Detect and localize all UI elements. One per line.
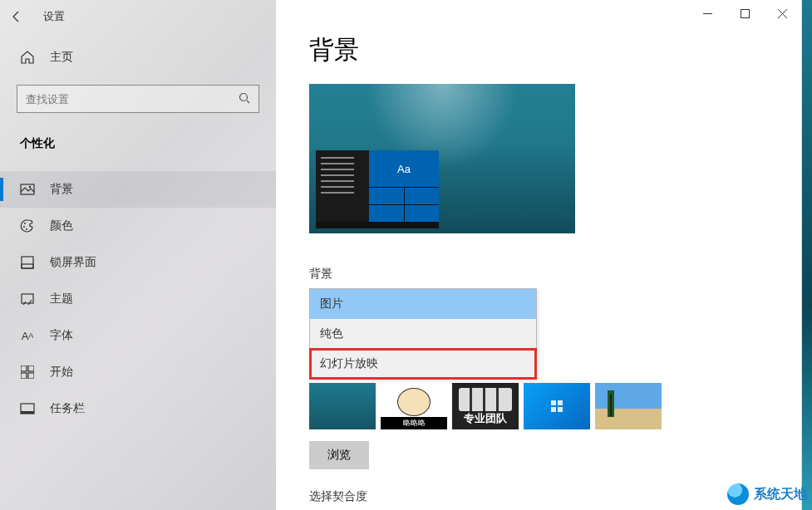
nav-item-label: 字体 (50, 328, 73, 343)
image-thumb[interactable] (309, 383, 376, 429)
nav-item-taskbar[interactable]: 任务栏 (0, 390, 276, 427)
edge-decoration (802, 0, 812, 510)
window-title: 设置 (43, 9, 65, 24)
svg-rect-11 (28, 365, 34, 371)
nav-item-start[interactable]: 开始 (0, 354, 276, 390)
background-type-dropdown[interactable]: 图片 纯色 幻灯片放映 (309, 288, 537, 380)
dropdown-option-solid[interactable]: 纯色 (310, 319, 536, 349)
nav-item-background[interactable]: 背景 (0, 171, 276, 208)
picture-icon (20, 182, 35, 197)
svg-rect-15 (21, 411, 34, 414)
taskbar-icon (20, 401, 35, 416)
home-link[interactable]: 主页 (0, 42, 276, 73)
preview-tile-sample: Aa (369, 150, 439, 187)
start-icon (20, 365, 35, 380)
dropdown-option-slideshow[interactable]: 幻灯片放映 (310, 349, 536, 379)
thumb-caption: 专业团队 (464, 411, 507, 426)
theme-icon (20, 292, 35, 306)
svg-point-5 (23, 226, 25, 228)
sidebar: 主页 个性化 背景 颜色 (0, 0, 276, 510)
svg-rect-9 (22, 294, 33, 303)
image-thumb[interactable]: 专业团队 (452, 383, 519, 429)
nav-item-fonts[interactable]: AA 字体 (0, 317, 276, 354)
window-controls (689, 0, 801, 27)
nav-item-label: 颜色 (50, 218, 73, 233)
image-thumb[interactable] (595, 383, 662, 429)
maximize-button[interactable] (726, 0, 764, 27)
watermark: 系统天地 (727, 483, 807, 505)
image-thumb[interactable]: 略略略 (381, 383, 447, 429)
search-icon (239, 92, 250, 106)
svg-rect-0 (741, 9, 750, 17)
category-title: 个性化 (0, 125, 276, 159)
nav-item-themes[interactable]: 主题 (0, 281, 276, 317)
palette-icon (20, 218, 35, 233)
nav-list: 背景 颜色 锁屏界面 主题 (0, 171, 276, 427)
nav-item-label: 任务栏 (50, 401, 85, 416)
page-title: 背景 (309, 33, 768, 67)
recent-images-row: 略略略 专业团队 (309, 383, 768, 429)
nav-item-label: 开始 (50, 365, 73, 380)
svg-point-6 (26, 228, 27, 230)
minimize-button[interactable] (689, 0, 726, 27)
thumb-caption: 略略略 (381, 417, 447, 429)
settings-window: 设置 主页 个性化 (0, 0, 802, 510)
svg-point-1 (240, 93, 248, 101)
desktop-preview: Aa (309, 84, 575, 233)
titlebar: 设置 (0, 0, 801, 33)
svg-rect-8 (22, 264, 33, 268)
svg-rect-12 (21, 373, 27, 379)
globe-icon (727, 483, 749, 505)
watermark-text: 系统天地 (754, 486, 807, 503)
svg-rect-7 (22, 257, 33, 268)
svg-point-4 (24, 223, 26, 224)
lockscreen-icon (20, 255, 35, 270)
fit-section-label: 选择契合度 (309, 489, 768, 504)
nav-item-colors[interactable]: 颜色 (0, 208, 276, 244)
svg-point-3 (29, 186, 31, 188)
browse-button[interactable]: 浏览 (309, 441, 369, 469)
preview-start-overlay: Aa (316, 150, 439, 228)
background-section-label: 背景 (309, 267, 768, 282)
nav-item-label: 主题 (50, 292, 73, 306)
home-label: 主页 (50, 50, 73, 65)
close-button[interactable] (764, 0, 801, 27)
home-icon (20, 50, 35, 65)
nav-item-label: 背景 (50, 182, 73, 197)
svg-rect-10 (21, 365, 27, 371)
search-input[interactable] (26, 93, 239, 105)
preview-taskbar (316, 222, 439, 228)
preview-tiles: Aa (369, 150, 439, 222)
back-button[interactable] (0, 0, 33, 33)
image-thumb[interactable] (524, 383, 590, 429)
dropdown-option-picture[interactable]: 图片 (310, 289, 536, 319)
search-box[interactable] (17, 85, 259, 113)
font-icon: AA (20, 328, 35, 343)
svg-rect-13 (28, 373, 34, 379)
nav-item-label: 锁屏界面 (50, 255, 96, 270)
main-content: 背景 Aa 背景 图片 纯色 幻灯片放映 (276, 0, 801, 510)
preview-start-panel (316, 150, 369, 222)
nav-item-lockscreen[interactable]: 锁屏界面 (0, 244, 276, 281)
